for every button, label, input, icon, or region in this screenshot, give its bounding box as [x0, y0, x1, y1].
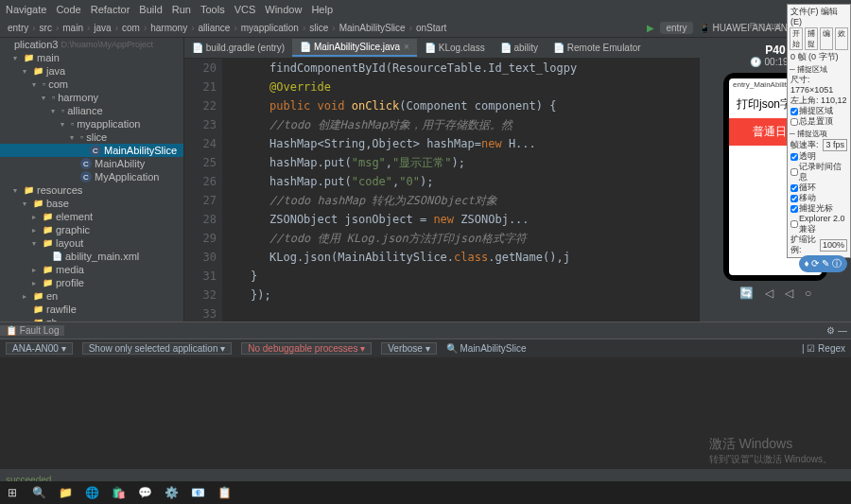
- tree-node-java[interactable]: ▾📁java: [0, 64, 183, 78]
- editor-tab[interactable]: 📄 Remote Emulator: [546, 40, 649, 56]
- tree-node-layout[interactable]: ▾📁layout: [0, 236, 183, 250]
- code-area[interactable]: findComponentById(ResourceTable.Id_text_…: [222, 59, 700, 322]
- level-filter[interactable]: Verbose ▾: [381, 342, 436, 355]
- regex-check[interactable]: Regex: [818, 343, 845, 354]
- chk-area[interactable]: [790, 108, 798, 115]
- tree-node-element[interactable]: ▸📁element: [0, 210, 183, 223]
- tree-node-harmony[interactable]: ▾▫harmony: [0, 91, 183, 104]
- capture-dim: 尺寸: 1776×1051: [790, 75, 848, 96]
- tree-node-MainAbility[interactable]: CMainAbility: [0, 157, 183, 170]
- tree-node-media[interactable]: ▸📁media: [0, 263, 183, 276]
- log-filter: ANA-AN00 ▾ Show only selected applicatio…: [0, 339, 851, 357]
- tree-node-plication3[interactable]: plication3 D:\huamo\MyAppProject: [0, 38, 183, 51]
- taskbar-icon[interactable]: 📁: [57, 484, 74, 501]
- menu-refactor[interactable]: Refactor: [91, 4, 130, 15]
- tree-node-resources[interactable]: ▾📁resources: [0, 183, 183, 197]
- taskbar: ⊞🔍📁🌐🛍️💬⚙️📧📋: [0, 481, 851, 504]
- back2-icon[interactable]: ◁: [785, 287, 793, 300]
- fps-select[interactable]: 3 fps: [823, 139, 847, 151]
- editor-tab[interactable]: 📄 KLog.class: [417, 40, 493, 56]
- tree-node-ability_main-xml[interactable]: 📄ability_main.xml: [0, 250, 183, 263]
- tree-node-base[interactable]: ▾📁base: [0, 197, 183, 210]
- play-icon[interactable]: ▶: [647, 23, 654, 33]
- device-filter[interactable]: ANA-AN00 ▾: [6, 342, 73, 355]
- taskbar-icon[interactable]: 📧: [189, 484, 206, 501]
- chk-trans[interactable]: [790, 153, 798, 161]
- process-filter[interactable]: No debuggable processes ▾: [241, 342, 372, 355]
- rotate-icon[interactable]: 🔄: [739, 287, 754, 300]
- capture-btn[interactable]: 开始: [790, 27, 803, 50]
- back-icon[interactable]: ◁: [765, 287, 773, 300]
- taskbar-icon[interactable]: ⚙️: [163, 484, 180, 501]
- taskbar-icon[interactable]: 💬: [136, 484, 153, 501]
- chk-time[interactable]: [790, 168, 798, 176]
- project-tree: plication3 D:\huamo\MyAppProject▾📁main▾📁…: [0, 38, 184, 322]
- breadcrumb-item[interactable]: java: [90, 23, 114, 33]
- taskbar-icon[interactable]: 📋: [216, 484, 233, 501]
- capture-btn[interactable]: 效: [835, 27, 848, 50]
- chk-top[interactable]: [790, 118, 798, 126]
- menu-window[interactable]: Window: [265, 4, 302, 15]
- menu-run[interactable]: Run: [172, 4, 191, 15]
- menu-help[interactable]: Help: [311, 4, 333, 15]
- breadcrumb-item[interactable]: alliance: [195, 23, 234, 33]
- chk-move[interactable]: [790, 195, 798, 202]
- breadcrumb-item[interactable]: main: [59, 23, 87, 33]
- float-toolbar[interactable]: ♦ ⟳ ✎ ⓘ: [799, 255, 847, 272]
- editor-tabs: 📄 build.gradle (entry)📄 MainAbilitySlice…: [184, 38, 700, 59]
- taskbar-icon[interactable]: ⊞: [4, 484, 21, 501]
- runconfig-entry[interactable]: entry: [660, 22, 692, 34]
- package-filter[interactable]: 🔍 MainAbilitySlice: [446, 343, 527, 354]
- breadcrumb-item[interactable]: slice: [305, 23, 332, 33]
- capture-btn[interactable]: 捕捉: [805, 27, 818, 50]
- chk-loop[interactable]: [790, 184, 798, 192]
- tree-node-rawfile[interactable]: 📁rawfile: [0, 303, 183, 316]
- gear-icon[interactable]: ⚙ —: [826, 325, 851, 336]
- taskbar-icon[interactable]: 🛍️: [110, 484, 127, 501]
- emulator-title: P40: [765, 43, 785, 57]
- breadcrumb-item[interactable]: src: [36, 23, 56, 33]
- breadcrumb-item[interactable]: com: [118, 23, 144, 33]
- tree-node-graphic[interactable]: ▸📁graphic: [0, 223, 183, 236]
- windows-watermark: 激活 Windows 转到"设置"以激活 Windows。: [709, 436, 832, 466]
- breadcrumb-item[interactable]: onStart: [412, 23, 450, 33]
- tree-node-profile[interactable]: ▸📁profile: [0, 276, 183, 289]
- editor-tab[interactable]: 📄 build.gradle (entry): [184, 40, 292, 56]
- menu-build[interactable]: Build: [139, 4, 162, 15]
- editor-tab[interactable]: 📄 ability: [493, 40, 546, 56]
- chk-exp[interactable]: [790, 220, 798, 228]
- tree-node-alliance[interactable]: ▾▫alliance: [0, 104, 183, 117]
- tree-node-main[interactable]: ▾📁main: [0, 51, 183, 64]
- menu-code[interactable]: Code: [56, 4, 80, 15]
- menubar: NavigateCodeRefactorBuildRunToolsVCSWind…: [0, 0, 851, 19]
- tree-node-MyApplication[interactable]: CMyApplication: [0, 170, 183, 183]
- breadcrumb-item[interactable]: harmony: [147, 23, 191, 33]
- home-icon[interactable]: ○: [805, 287, 811, 300]
- toolbar: entry›src›main›java›com›harmony›alliance…: [0, 19, 851, 38]
- editor-tab[interactable]: 📄 MainAbilitySlice.java ×: [292, 39, 417, 57]
- menu-vcs[interactable]: VCS: [234, 4, 256, 15]
- breadcrumb-item[interactable]: MainAbilitySlice: [336, 23, 409, 33]
- menu-tools[interactable]: Tools: [200, 4, 225, 15]
- scale-select[interactable]: 100%: [820, 239, 847, 252]
- capture-btn[interactable]: 编: [820, 27, 833, 50]
- breadcrumb: entry›src›main›java›com›harmony›alliance…: [4, 23, 450, 33]
- tree-node-MainAbilitySlice[interactable]: CMainAbilitySlice: [0, 144, 183, 157]
- tree-node-en[interactable]: ▸📁en: [0, 289, 183, 303]
- tree-node-slice[interactable]: ▾▫slice: [0, 130, 183, 144]
- fault-log-tab[interactable]: 📋 Fault Log: [0, 325, 64, 336]
- tree-node-zh[interactable]: ▸📁zh: [0, 316, 183, 322]
- breadcrumb-item[interactable]: myapplication: [237, 23, 303, 33]
- run-link[interactable]: Run 'ent: [750, 21, 781, 30]
- taskbar-icon[interactable]: 🌐: [83, 484, 100, 501]
- scope-filter[interactable]: Show only selected application ▾: [82, 342, 233, 355]
- tree-node-myapplication[interactable]: ▾▫myapplication: [0, 117, 183, 130]
- chk-cursor[interactable]: [790, 205, 798, 213]
- tree-node-com[interactable]: ▾▫com: [0, 78, 183, 91]
- capture-region: ─ 捕捉区域: [790, 64, 848, 75]
- breadcrumb-item[interactable]: entry: [4, 23, 32, 33]
- capture-options: ─ 捕捉选项: [790, 129, 848, 139]
- taskbar-icon[interactable]: 🔍: [30, 484, 47, 501]
- capture-panel-menu[interactable]: 文件(F) 编辑(E): [790, 7, 848, 27]
- menu-navigate[interactable]: Navigate: [6, 4, 46, 15]
